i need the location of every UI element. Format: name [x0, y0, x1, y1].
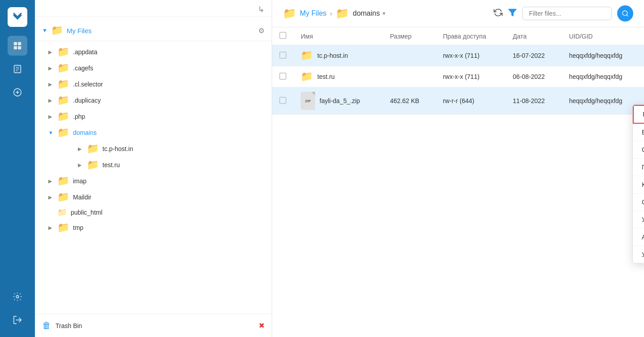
tree-item-clselector[interactable]: ▶ 📁 .cl.selector	[35, 76, 272, 92]
table-row[interactable]: 📁 test.ru rwx-x-x (711) 06-08-2022 heqqx…	[272, 66, 644, 87]
tree-settings-icon[interactable]: ⚙	[258, 26, 264, 35]
trash-delete-icon[interactable]: ✖	[259, 321, 264, 330]
sidebar-files-icon[interactable]	[8, 36, 27, 56]
arrow-icon: ▶	[48, 114, 54, 120]
ctx-item-rename[interactable]: Переименовать	[633, 159, 644, 176]
tree-item-public-html[interactable]: ▶ 📁 public_html	[35, 205, 272, 220]
breadcrumb: 📁 My Files › 📁 domains ▾	[283, 7, 488, 20]
file-name: fayli-da_5_.zip	[320, 97, 360, 104]
file-uid: heqqxfdg/heqqxfdg	[562, 87, 644, 115]
file-permissions: rw-r-r (644)	[436, 87, 506, 115]
tree-item-php[interactable]: ▶ 📁 .php	[35, 108, 272, 125]
file-name: test.ru	[317, 73, 335, 80]
breadcrumb-current-folder-icon: 📁	[336, 7, 349, 20]
folder-icon: 📁	[301, 71, 313, 82]
arrow-icon: ▶	[48, 225, 54, 231]
tree-item-tmp[interactable]: ▶ 📁 tmp	[35, 220, 272, 236]
sidebar-settings-icon[interactable]	[8, 287, 27, 307]
arrow-open-icon: ▼	[48, 130, 54, 135]
tree-items: ▶ 📁 .appdata ▶ 📁 .cagefs ▶ 📁 .cl.selecto…	[35, 41, 272, 314]
folder-icon: 📁	[57, 222, 69, 233]
breadcrumb-folder-icon: 📁	[283, 7, 296, 20]
folder-icon: 📁	[57, 127, 69, 138]
ctx-item-permissions[interactable]: Указать права доступа	[633, 211, 644, 229]
tree-item-label: .cagefs	[73, 65, 93, 72]
ctx-item-copy[interactable]: Копировать	[633, 176, 644, 194]
file-size	[383, 66, 435, 87]
breadcrumb-current: domains ▾	[353, 9, 385, 17]
tree-item-cagefs[interactable]: ▶ 📁 .cagefs	[35, 60, 272, 76]
table-row[interactable]: ZIP fayli-da_5_.zip 462.62 KB rw-r-r (64…	[272, 87, 644, 115]
tree-item-label: .php	[73, 113, 85, 120]
tree-item-tcphost[interactable]: ▶ 📁 tc.p-host.in	[55, 141, 272, 157]
root-folder-icon: 📁	[51, 25, 63, 36]
search-input[interactable]	[522, 7, 612, 20]
arrow-icon: ▶	[48, 98, 54, 104]
ctx-item-add-archive[interactable]: Add to archive	[633, 229, 644, 246]
file-date: 16-07-2022	[506, 45, 562, 66]
refresh-button[interactable]	[494, 8, 503, 19]
ctx-item-delete[interactable]: Удалить	[633, 246, 644, 263]
toolbar-actions	[494, 5, 633, 22]
row-checkbox[interactable]	[279, 97, 286, 104]
tree-header: ▼ 📁 My Files ⚙	[35, 17, 272, 41]
tree-item-label: imap	[73, 177, 86, 185]
table-row[interactable]: 📁 tc.p-host.in rwx-x-x (711) 16-07-2022 …	[272, 45, 644, 66]
tree-expand-icon[interactable]: ▼	[42, 27, 47, 34]
folder-icon: 📁	[57, 78, 69, 90]
arrow-icon: ▶	[48, 49, 54, 55]
arrow-icon: ▶	[48, 82, 54, 87]
file-name: tc.p-host.in	[317, 52, 348, 59]
tree-item-label: domains	[73, 129, 97, 136]
row-checkbox[interactable]	[279, 73, 286, 80]
select-all-checkbox[interactable]	[279, 32, 286, 39]
tree-item-maildir[interactable]: ▶ 📁 Maildir	[35, 189, 272, 205]
breadcrumb-root[interactable]: My Files	[300, 9, 327, 17]
ctx-item-download[interactable]: Скачать	[633, 141, 644, 159]
tree-item-testru[interactable]: ▶ 📁 test.ru	[55, 157, 272, 173]
tree-item-label: tmp	[73, 224, 83, 231]
col-uid: UID/GID	[562, 27, 644, 45]
row-checkbox[interactable]	[279, 52, 286, 59]
context-menu: Распаковать Edit in new tab Скачать Пере…	[632, 104, 644, 264]
folder-icon: 📁	[57, 111, 69, 122]
folder-icon: 📁	[57, 95, 69, 106]
sidebar-notes-icon[interactable]	[8, 59, 27, 79]
logo-button[interactable]	[8, 7, 27, 27]
tree-item-appdata[interactable]: ▶ 📁 .appdata	[35, 44, 272, 60]
tree-item-label: .duplicacy	[73, 97, 101, 104]
ctx-item-edit-new-tab[interactable]: Edit in new tab	[633, 124, 644, 141]
tree-item-label: test.ru	[102, 161, 120, 168]
search-submit-button[interactable]	[617, 5, 633, 22]
folder-icon: 📁	[57, 175, 69, 187]
tree-item-label: tc.p-host.in	[102, 145, 133, 152]
trash-bin[interactable]: 🗑 Trash Bin ✖	[35, 314, 272, 337]
svg-line-15	[627, 15, 628, 16]
filter-button[interactable]	[508, 8, 517, 19]
file-table-wrapper: Имя Размер Права доступа Дата UID/GID 📁 …	[272, 27, 644, 337]
ctx-item-copy-move[interactable]: Copy/Move to...	[633, 194, 644, 211]
col-size: Размер	[383, 27, 435, 45]
svg-rect-3	[18, 46, 21, 49]
sidebar-logout-icon[interactable]	[8, 310, 27, 330]
file-uid: heqqxfdg/heqqxfdg	[562, 45, 644, 66]
tree-item-label: .cl.selector	[73, 81, 103, 88]
svg-marker-13	[509, 9, 516, 16]
ctx-item-unpack[interactable]: Распаковать	[633, 105, 644, 124]
tree-item-duplicacy[interactable]: ▶ 📁 .duplicacy	[35, 92, 272, 108]
tree-item-imap[interactable]: ▶ 📁 imap	[35, 173, 272, 189]
tree-root-label[interactable]: My Files	[67, 27, 92, 35]
breadcrumb-chevron-icon[interactable]: ▾	[383, 10, 385, 17]
tree-item-domains[interactable]: ▼ 📁 domains	[35, 125, 272, 141]
col-name: Имя	[294, 27, 383, 45]
tree-top-bar: ↳	[35, 0, 272, 17]
sidebar-add-icon[interactable]	[8, 82, 27, 102]
file-permissions: rwx-x-x (711)	[436, 66, 506, 87]
col-permissions: Права доступа	[436, 27, 506, 45]
file-tree-panel: ↳ ▼ 📁 My Files ⚙ ▶ 📁 .appdata ▶ 📁 .cagef…	[35, 0, 272, 337]
main-content: 📁 My Files › 📁 domains ▾	[272, 0, 644, 337]
arrow-icon: ▶	[48, 178, 54, 184]
redirect-icon[interactable]: ↳	[258, 4, 264, 14]
folder-icon: 📁	[57, 191, 69, 203]
file-date: 06-08-2022	[506, 66, 562, 87]
